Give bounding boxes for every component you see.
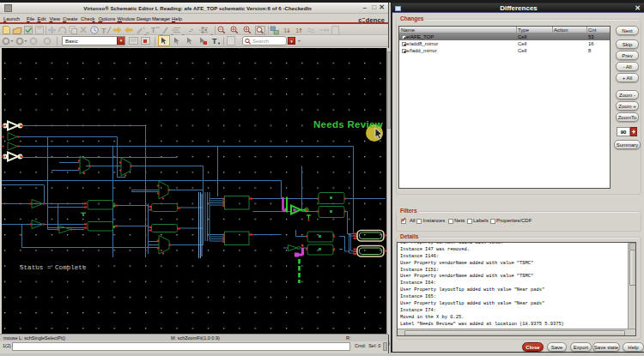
svg-text:Status = Complete: Status = Complete xyxy=(20,264,87,271)
svg-text:T: T xyxy=(212,37,217,45)
svg-text:T: T xyxy=(101,27,106,35)
svg-text:Needs Review: Needs Review xyxy=(313,119,383,130)
svg-text:T: T xyxy=(151,26,156,34)
svg-text:1: 1 xyxy=(295,27,300,34)
svg-text:1: 1 xyxy=(283,27,288,34)
